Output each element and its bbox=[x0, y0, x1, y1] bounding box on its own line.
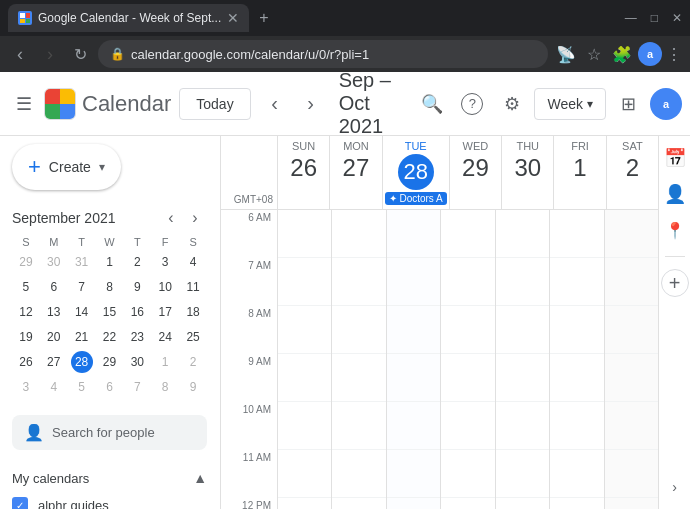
cast-icon[interactable]: 📡 bbox=[554, 42, 578, 66]
grid-col-sun[interactable] bbox=[277, 210, 331, 509]
mini-day[interactable]: 4 bbox=[182, 251, 204, 273]
mini-day[interactable]: 31 bbox=[71, 251, 93, 273]
right-people-icon[interactable]: 👤 bbox=[661, 180, 689, 208]
mini-day[interactable]: 16 bbox=[126, 301, 148, 323]
forward-button[interactable]: › bbox=[38, 42, 62, 66]
calendar-grid: 6 AM 7 AM 8 AM 9 AM 10 AM 11 AM 12 PM 1 … bbox=[221, 210, 658, 509]
mini-day[interactable]: 2 bbox=[126, 251, 148, 273]
mini-day[interactable]: 13 bbox=[43, 301, 65, 323]
mini-day[interactable]: 26 bbox=[15, 351, 37, 373]
mini-day[interactable]: 25 bbox=[182, 326, 204, 348]
grid-col-sat[interactable] bbox=[604, 210, 658, 509]
window-close[interactable]: ✕ bbox=[672, 11, 682, 25]
my-calendars-header[interactable]: My calendars ▲ bbox=[12, 466, 207, 494]
hamburger-menu[interactable]: ☰ bbox=[8, 85, 40, 123]
new-tab-button[interactable]: + bbox=[255, 9, 272, 27]
mini-day[interactable]: 7 bbox=[126, 376, 148, 398]
profile-avatar[interactable]: a bbox=[650, 88, 682, 120]
grid-col-wed[interactable] bbox=[440, 210, 494, 509]
search-people-bar[interactable]: 👤 Search for people bbox=[12, 415, 207, 450]
mini-day[interactable]: 5 bbox=[15, 276, 37, 298]
mini-day[interactable]: 6 bbox=[98, 376, 120, 398]
mini-day[interactable]: 29 bbox=[15, 251, 37, 273]
day-header-wed[interactable]: WED 29 bbox=[449, 136, 501, 209]
mini-day[interactable]: 19 bbox=[15, 326, 37, 348]
tab-close-icon[interactable]: ✕ bbox=[227, 10, 239, 26]
mini-day[interactable]: 1 bbox=[154, 351, 176, 373]
nav-prev-button[interactable]: ‹ bbox=[259, 88, 291, 120]
mini-day[interactable]: 6 bbox=[43, 276, 65, 298]
browser-tab[interactable]: Google Calendar - Week of Sept... ✕ bbox=[8, 4, 249, 32]
back-button[interactable]: ‹ bbox=[8, 42, 32, 66]
day-header-sat[interactable]: SAT 2 bbox=[606, 136, 658, 209]
create-button[interactable]: + Create ▾ bbox=[12, 144, 121, 190]
grid-col-mon[interactable] bbox=[331, 210, 385, 509]
day-header-fri[interactable]: FRI 1 bbox=[553, 136, 605, 209]
mini-cal-next[interactable]: › bbox=[183, 206, 207, 230]
day-header-tue[interactable]: TUE 28 ✦ Doctors A bbox=[382, 136, 449, 209]
apps-grid-icon[interactable]: ⊞ bbox=[610, 86, 646, 122]
mini-day[interactable]: 14 bbox=[71, 301, 93, 323]
mini-day[interactable]: 23 bbox=[126, 326, 148, 348]
mini-day[interactable]: 18 bbox=[182, 301, 204, 323]
today-button[interactable]: Today bbox=[179, 88, 250, 120]
event-pill-doctors[interactable]: ✦ Doctors A bbox=[385, 192, 447, 205]
grid-col-thu[interactable]: ✦ Vaccine S bbox=[495, 210, 549, 509]
right-calendar-icon[interactable]: 📅 bbox=[661, 144, 689, 172]
search-button[interactable]: 🔍 bbox=[414, 86, 450, 122]
mini-day[interactable]: 1 bbox=[98, 251, 120, 273]
time-label: 8 AM bbox=[248, 308, 271, 319]
bookmark-icon[interactable]: ☆ bbox=[582, 42, 606, 66]
calendar-item[interactable]: ✓ alphr guides bbox=[12, 494, 207, 509]
mini-day[interactable]: 15 bbox=[98, 301, 120, 323]
settings-button[interactable]: ⚙ bbox=[494, 86, 530, 122]
people-search-icon: 👤 bbox=[24, 423, 44, 442]
mini-day[interactable]: 30 bbox=[126, 351, 148, 373]
mini-day[interactable]: 7 bbox=[71, 276, 93, 298]
mini-day[interactable]: 9 bbox=[182, 376, 204, 398]
refresh-button[interactable]: ↻ bbox=[68, 42, 92, 66]
nav-next-button[interactable]: › bbox=[295, 88, 327, 120]
grid-col-tue[interactable] bbox=[386, 210, 440, 509]
app: ☰ Calendar Today ‹ › Sep – Oct 2021 🔍 ? … bbox=[0, 72, 690, 509]
grid-col-fri[interactable] bbox=[549, 210, 603, 509]
mini-day[interactable]: 20 bbox=[43, 326, 65, 348]
mini-day[interactable]: 8 bbox=[154, 376, 176, 398]
mini-day[interactable]: 9 bbox=[126, 276, 148, 298]
my-calendars-section: My calendars ▲ ✓ alphr guides ✓ ALPHR Te… bbox=[12, 466, 207, 509]
mini-day[interactable]: 24 bbox=[154, 326, 176, 348]
profile-button[interactable]: a bbox=[638, 42, 662, 66]
view-label: Week bbox=[547, 96, 583, 112]
help-button[interactable]: ? bbox=[461, 93, 483, 115]
mini-day[interactable]: 12 bbox=[15, 301, 37, 323]
puzzle-icon[interactable]: 🧩 bbox=[610, 42, 634, 66]
mini-day[interactable]: 3 bbox=[15, 376, 37, 398]
view-selector[interactable]: Week ▾ bbox=[534, 88, 606, 120]
day-header-sun[interactable]: SUN 26 bbox=[277, 136, 329, 209]
mini-day[interactable]: 21 bbox=[71, 326, 93, 348]
mini-day[interactable]: 3 bbox=[154, 251, 176, 273]
mini-day[interactable]: 11 bbox=[182, 276, 204, 298]
mini-day[interactable]: 29 bbox=[98, 351, 120, 373]
mini-day[interactable]: 27 bbox=[43, 351, 65, 373]
mini-day[interactable]: 22 bbox=[98, 326, 120, 348]
mini-day[interactable]: 17 bbox=[154, 301, 176, 323]
mini-day[interactable]: 2 bbox=[182, 351, 204, 373]
mini-day[interactable]: 5 bbox=[71, 376, 93, 398]
mini-day[interactable]: 30 bbox=[43, 251, 65, 273]
mini-cal-prev[interactable]: ‹ bbox=[159, 206, 183, 230]
url-bar[interactable]: 🔒 calendar.google.com/calendar/u/0/r?pli… bbox=[98, 40, 548, 68]
mini-day-today[interactable]: 28 bbox=[71, 351, 93, 373]
right-expand-icon[interactable]: › bbox=[661, 473, 689, 501]
day-header-mon[interactable]: MON 27 bbox=[329, 136, 381, 209]
mini-day[interactable]: 8 bbox=[98, 276, 120, 298]
more-icon[interactable]: ⋮ bbox=[666, 45, 682, 64]
day-header-thu[interactable]: THU 30 bbox=[501, 136, 553, 209]
calendar-checkbox[interactable]: ✓ bbox=[12, 497, 28, 509]
right-map-icon[interactable]: 📍 bbox=[661, 216, 689, 244]
mini-day[interactable]: 10 bbox=[154, 276, 176, 298]
window-maximize[interactable]: □ bbox=[651, 11, 658, 25]
window-minimize[interactable]: — bbox=[625, 11, 637, 25]
right-add-icon[interactable]: + bbox=[661, 269, 689, 297]
mini-day[interactable]: 4 bbox=[43, 376, 65, 398]
